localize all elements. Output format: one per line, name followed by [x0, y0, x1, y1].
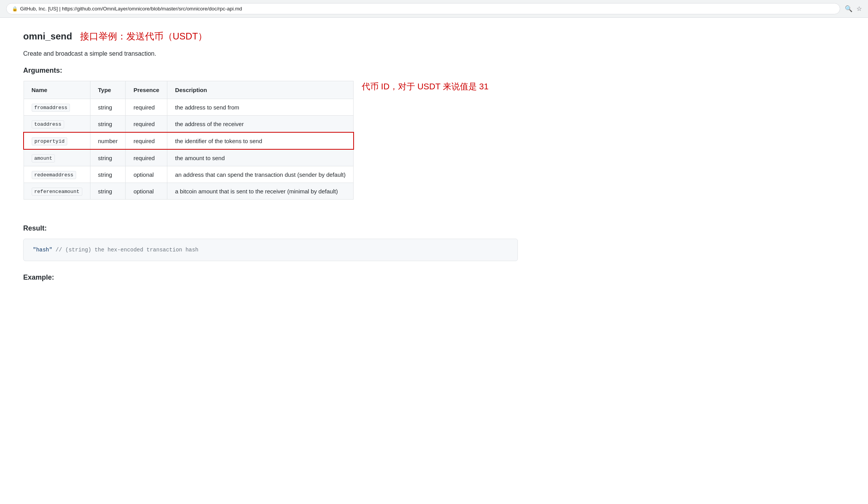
cell-type: string — [90, 116, 126, 133]
cell-presence: required — [126, 132, 167, 149]
table-row: fromaddress string required the address … — [24, 99, 354, 116]
url-host: GitHub, Inc. [US] — [20, 6, 58, 12]
col-header-description: Description — [167, 81, 354, 99]
cell-name: redeemaddress — [24, 166, 90, 183]
url-full: https://github.com/OmniLayer/omnicore/bl… — [62, 6, 242, 12]
table-row: redeemaddress string optional an address… — [24, 166, 354, 183]
result-code-block: "hash" // (string) the hex-encoded trans… — [23, 239, 518, 261]
cell-presence: optional — [126, 166, 167, 183]
title-annotation: 接口举例：发送代币（USDT） — [80, 30, 207, 43]
param-name: toaddress — [32, 120, 64, 128]
cell-presence: required — [126, 149, 167, 166]
cell-type: string — [90, 149, 126, 166]
table-container: Name Type Presence Description fromaddre… — [23, 81, 354, 212]
propertyid-annotation: 代币 ID，对于 USDT 来说值是 31 — [354, 81, 488, 92]
result-section: Result: "hash" // (string) the hex-encod… — [23, 224, 518, 261]
browser-chrome: 🔒 GitHub, Inc. [US] | https://github.com… — [0, 0, 868, 18]
bookmark-icon[interactable]: ☆ — [856, 5, 862, 12]
cell-type: string — [90, 166, 126, 183]
url-text: GitHub, Inc. [US] | https://github.com/O… — [20, 6, 242, 12]
example-heading: Example: — [23, 273, 518, 282]
cell-type: number — [90, 132, 126, 149]
page-title-row: omni_send 接口举例：发送代币（USDT） — [23, 30, 518, 43]
search-icon[interactable]: 🔍 — [845, 5, 853, 12]
arguments-heading: Arguments: — [23, 67, 518, 75]
table-row: amount string required the amount to sen… — [24, 149, 354, 166]
page-description: Create and broadcast a simple send trans… — [23, 50, 518, 57]
highlighted-table-row: propertyid number required the identifie… — [24, 132, 354, 149]
cell-presence: required — [126, 99, 167, 116]
arguments-table: Name Type Presence Description fromaddre… — [23, 81, 354, 200]
cell-name: fromaddress — [24, 99, 90, 116]
table-row: toaddress string required the address of… — [24, 116, 354, 133]
cell-presence: optional — [126, 183, 167, 200]
result-comment: // (string) the hex-encoded transaction … — [52, 247, 198, 253]
page-content: omni_send 接口举例：发送代币（USDT） Create and bro… — [0, 18, 541, 306]
arguments-section: Arguments: Name Type Presence Descriptio… — [23, 67, 518, 212]
col-header-type: Type — [90, 81, 126, 99]
cell-description: a bitcoin amount that is sent to the rec… — [167, 183, 354, 200]
result-heading: Result: — [23, 224, 518, 232]
cell-description: an address that can spend the transactio… — [167, 166, 354, 183]
cell-description: the amount to send — [167, 149, 354, 166]
table-header-row: Name Type Presence Description — [24, 81, 354, 99]
cell-type: string — [90, 183, 126, 200]
annotation-text: 代币 ID，对于 USDT 来说值是 31 — [362, 81, 488, 92]
col-header-name: Name — [24, 81, 90, 99]
address-bar[interactable]: 🔒 GitHub, Inc. [US] | https://github.com… — [6, 3, 840, 14]
table-with-annotation: Name Type Presence Description fromaddre… — [23, 81, 518, 212]
param-name: fromaddress — [32, 104, 70, 112]
cell-type: string — [90, 99, 126, 116]
lock-icon: 🔒 — [12, 6, 18, 12]
table-row: referenceamount string optional a bitcoi… — [24, 183, 354, 200]
cell-name: propertyid — [24, 132, 90, 149]
cell-name: toaddress — [24, 116, 90, 133]
cell-presence: required — [126, 116, 167, 133]
browser-actions: 🔍 ☆ — [845, 5, 862, 12]
param-name: referenceamount — [32, 188, 82, 196]
cell-description: the address to send from — [167, 99, 354, 116]
param-name: amount — [32, 154, 55, 162]
cell-name: referenceamount — [24, 183, 90, 200]
example-section: Example: — [23, 273, 518, 282]
col-header-presence: Presence — [126, 81, 167, 99]
param-name: propertyid — [32, 137, 67, 145]
cell-description: the identifier of the tokens to send — [167, 132, 354, 149]
cell-description: the address of the receiver — [167, 116, 354, 133]
cell-name: amount — [24, 149, 90, 166]
result-string: "hash" — [33, 247, 52, 253]
function-name: omni_send — [23, 31, 72, 42]
param-name: redeemaddress — [32, 171, 76, 179]
